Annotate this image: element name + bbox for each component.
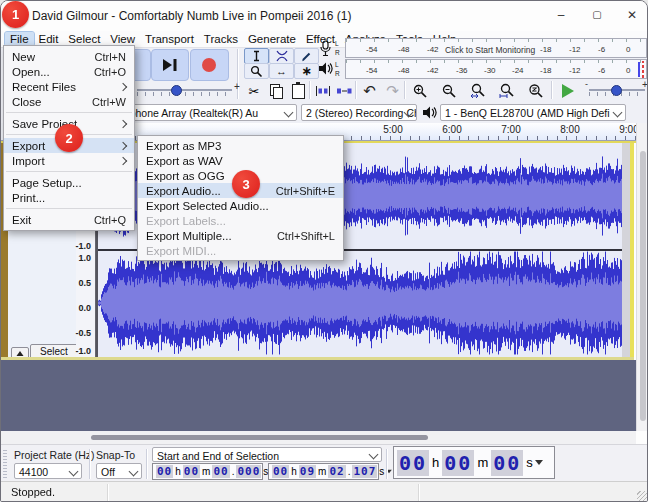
zoom-tool-button[interactable] [244, 63, 269, 79]
selection-start-field[interactable]: 00h00m00.000s [152, 463, 263, 480]
playback-volume-slider[interactable] [171, 85, 182, 96]
microphone-icon[interactable] [319, 40, 332, 57]
meter-scale-label: -6 [598, 66, 605, 75]
input-channels-value: 2 (Stereo) Recording Chann [306, 107, 417, 119]
monitoring-text[interactable]: Click to Start Monitoring [445, 45, 535, 55]
output-device-value: 1 - BenQ EL2870U (AMD High Defi [445, 107, 610, 119]
chevron-down-icon [69, 467, 79, 477]
export-submenu: Export as MP3 Export as WAV Export as OG… [137, 135, 344, 261]
timeshift-tool-button[interactable]: ↔ [269, 63, 294, 79]
horizontal-scrollbar-thumb[interactable] [91, 435, 428, 440]
file-menu-print[interactable]: Print... [4, 190, 134, 205]
zoom-in-button[interactable] [407, 80, 433, 102]
snap-to-select[interactable]: Off [96, 463, 142, 479]
menu-file[interactable]: File [5, 32, 34, 46]
skip-to-end-button[interactable] [151, 49, 189, 81]
copy-button[interactable] [265, 80, 287, 102]
meter-scale-label: -54 [366, 45, 378, 54]
envelope-icon [276, 50, 288, 62]
play-speed-slider[interactable] [611, 85, 622, 96]
zoom-out-button[interactable] [436, 80, 462, 102]
selection-mode-value: Start and End of Selection [157, 450, 279, 462]
selection-tool-button[interactable] [244, 48, 269, 64]
export-multiple[interactable]: Export Multiple...Ctrl+Shift+L [138, 228, 343, 243]
paste-button[interactable] [287, 80, 309, 102]
speaker-icon[interactable] [318, 61, 333, 76]
export-labels: Export Labels... [138, 213, 343, 228]
cut-button[interactable]: ✂ [243, 80, 265, 102]
horizontal-scrollbar[interactable] [1, 431, 636, 444]
silence-audio-button[interactable] [333, 80, 355, 102]
menu-tracks[interactable]: Tracks [199, 32, 243, 46]
callout-badge-2: 2 [55, 124, 83, 152]
meter-scale-label: -42 [427, 45, 439, 54]
file-menu-recent-files[interactable]: Recent Files [4, 79, 134, 94]
export-selected-audio[interactable]: Export Selected Audio... [138, 198, 343, 213]
record-icon [202, 58, 216, 72]
redo-icon: ↷ [386, 82, 399, 100]
export-as-mp3[interactable]: Export as MP3 [138, 138, 343, 153]
meter-scale-label: -24 [512, 66, 524, 75]
multi-tool-button[interactable]: ∗ [294, 63, 319, 79]
draw-tool-button[interactable] [294, 48, 319, 64]
undo-button[interactable]: ↶ [358, 80, 381, 102]
menu-select[interactable]: Select [63, 32, 105, 46]
zoom-selection-button[interactable] [465, 80, 491, 102]
toolbar-grab-handle[interactable] [3, 449, 7, 478]
input-channels-select[interactable]: 2 (Stereo) Recording Chann [301, 104, 417, 121]
file-menu-new[interactable]: NewCtrl+N [4, 49, 134, 64]
zoom-toggle-button[interactable] [523, 80, 549, 102]
recording-meter[interactable]: -54 -48 -42 Click to Start Monitoring -1… [345, 38, 647, 58]
record-button[interactable] [190, 49, 229, 81]
rec-meter-L-label: L [335, 40, 339, 47]
output-device-select[interactable]: 1 - BenQ EL2870U (AMD High Defi [440, 104, 626, 121]
submenu-arrow-icon [119, 119, 127, 127]
export-as-wav[interactable]: Export as WAV [138, 153, 343, 168]
file-menu-import[interactable]: Import [4, 153, 134, 168]
meter-scale-label: -12 [569, 66, 581, 75]
zoom-fit-button[interactable] [494, 80, 520, 102]
collapse-triangle-icon [17, 351, 24, 356]
envelope-tool-button[interactable] [269, 48, 294, 64]
meter-ticks [346, 39, 646, 42]
maximize-button[interactable]: ▢ [580, 1, 614, 29]
timeline-label: 8:00 [560, 124, 579, 135]
ruler-label: 0.5 [78, 278, 91, 288]
playback-meter[interactable]: -54 -48 -42 -36 -30 -24 -18 -12 -6 0 [345, 59, 647, 79]
selection-end-field[interactable]: 00h09m02.107s [268, 463, 379, 480]
menu-transport[interactable]: Transport [140, 32, 199, 46]
resize-grip[interactable] [637, 491, 647, 501]
menu-edit[interactable]: Edit [34, 32, 64, 46]
selection-mode-select[interactable]: Start and End of Selection [152, 447, 382, 462]
file-menu-exit[interactable]: ExitCtrl+Q [4, 212, 134, 227]
file-menu-page-setup[interactable]: Page Setup... [4, 175, 134, 190]
file-menu-close[interactable]: CloseCtrl+W [4, 94, 134, 109]
audacity-window: David Gilmour - Comfortably Numb Live in… [0, 0, 648, 502]
meter-scale-label: -48 [398, 45, 410, 54]
menu-generate[interactable]: Generate [243, 32, 301, 46]
menu-view[interactable]: View [105, 32, 140, 46]
ibeam-icon [251, 50, 262, 62]
magnifier-icon [250, 65, 263, 78]
redo-button[interactable]: ↷ [381, 80, 404, 102]
trim-audio-button[interactable] [312, 80, 334, 102]
close-button[interactable]: ✕ [615, 1, 648, 29]
menu-separator [6, 208, 132, 209]
play-meter-L-label: L [335, 61, 339, 68]
vertical-scrollbar-thumb[interactable] [640, 151, 646, 421]
submenu-arrow-icon [119, 156, 127, 164]
audio-position-display[interactable]: 00h00m00s [393, 446, 555, 479]
ruler-label: -0.5 [75, 328, 91, 338]
speed-plus-mark: + [642, 79, 648, 90]
project-rate-value: 44100 [19, 466, 48, 478]
play-at-speed-button[interactable] [555, 80, 581, 102]
minimize-button[interactable]: – [544, 1, 578, 29]
timeline-label: 5:00 [383, 124, 402, 135]
project-rate-select[interactable]: 44100 [14, 463, 82, 479]
selection-toolbar: Project Rate (Hz) 44100 Snap-To Off Star… [1, 444, 648, 481]
vertical-scrollbar[interactable] [636, 123, 648, 431]
volume-slider-ticks [137, 92, 232, 96]
meter-scale-label: -6 [598, 45, 605, 54]
zoom-out-icon [442, 84, 457, 99]
file-menu-open[interactable]: Open...Ctrl+O [4, 64, 134, 79]
